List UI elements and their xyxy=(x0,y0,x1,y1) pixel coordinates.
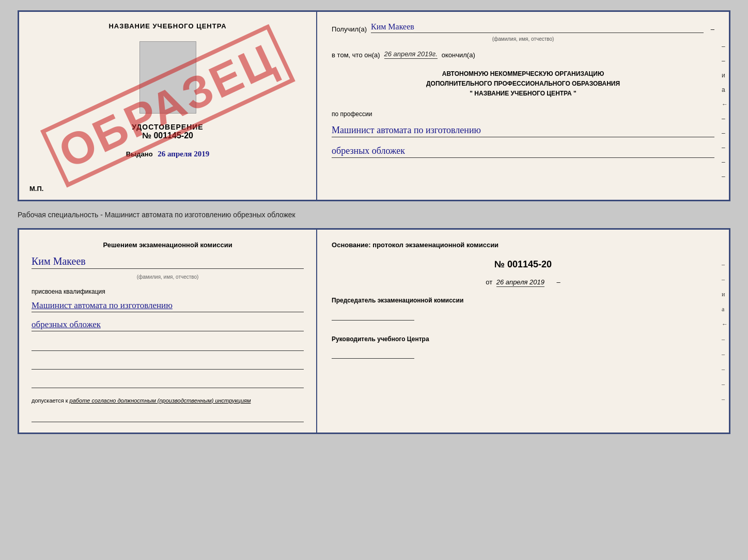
cert-school-name: НАЗВАНИЕ УЧЕБНОГО ЦЕНТРА xyxy=(108,22,226,30)
certificate-bottom: Решением экзаменационной комиссии Ким Ма… xyxy=(18,228,730,434)
org-line3: " НАЗВАНИЕ УЧЕБНОГО ЦЕНТРА " xyxy=(332,89,714,99)
side-marks-top: – – и а ← – – – – – xyxy=(722,43,728,180)
cert-left-panel: НАЗВАНИЕ УЧЕБНОГО ЦЕНТРА УДОСТОВЕРЕНИЕ №… xyxy=(19,12,317,200)
bottom-name-field: Ким Макеев xyxy=(32,255,304,269)
bottom-right-panel: Основание: протокол экзаменационной коми… xyxy=(317,230,729,433)
blank-line-2 xyxy=(32,358,304,370)
bottom-name-hint: (фамилия, имя, отчество) xyxy=(32,274,304,280)
protocol-date-row: от 26 апреля 2019 – xyxy=(332,278,714,286)
qualification-label: присвоена квалификация xyxy=(32,288,304,295)
date-from-prefix: от xyxy=(486,278,492,286)
blank-line-3 xyxy=(32,377,304,388)
bottom-left-panel: Решением экзаменационной комиссии Ким Ма… xyxy=(19,230,317,433)
profession-line1: Машинист автомата по изготовлению xyxy=(332,125,481,135)
cert-issued-block: Выдано 26 апреля 2019 xyxy=(126,150,209,158)
chairman-sig-line xyxy=(332,310,414,321)
director-sig-line xyxy=(332,348,414,359)
blank-line-1 xyxy=(32,340,304,351)
qual-field-2: обрезных обложек xyxy=(32,319,304,331)
director-sig-block: Руководитель учебного Центра xyxy=(332,335,714,359)
org-line1: АВТОНОМНУЮ НЕКОММЕРЧЕСКУЮ ОРГАНИЗАЦИЮ xyxy=(332,69,714,79)
date-value: 26 апреля 2019г. xyxy=(384,50,438,58)
admission-block: допускается к работе согласно должностны… xyxy=(32,397,304,404)
name-hint-top: (фамилия, имя, отчество) xyxy=(332,36,714,42)
qual-line1: Машинист автомата по изготовлению xyxy=(32,300,173,310)
admission-prefix: допускается к xyxy=(32,397,68,404)
profession-line2: обрезных обложек xyxy=(332,146,405,156)
recipient-name-field: Ким Макеев xyxy=(371,22,704,33)
profession-field-2: обрезных обложек xyxy=(332,146,714,158)
cert-photo-placeholder xyxy=(139,41,196,114)
cert-recipient-row: Получил(а) Ким Макеев – xyxy=(332,22,714,33)
caption-text: Рабочая специальность - Машинист автомат… xyxy=(18,209,730,221)
protocol-date: 26 апреля 2019 xyxy=(496,278,544,287)
chairman-label: Председатель экзаменационной комиссии xyxy=(332,296,714,305)
cert-doc-number: № 001145-20 xyxy=(132,131,203,140)
recipient-name: Ким Макеев xyxy=(371,22,414,31)
received-label: Получил(а) xyxy=(332,25,367,33)
basis-label: Основание: протокол экзаменационной коми… xyxy=(332,240,714,251)
cert-issued-date: 26 апреля 2019 xyxy=(158,150,209,158)
org-line2: ДОПОЛНИТЕЛЬНОГО ПРОФЕССИОНАЛЬНОГО ОБРАЗО… xyxy=(332,79,714,89)
blank-line-4 xyxy=(32,411,304,422)
date-prefix: в том, что он(а) xyxy=(332,51,380,59)
commission-title: Решением экзаменационной комиссии xyxy=(32,240,304,250)
cert-number-block: УДОСТОВЕРЕНИЕ № 001145-20 xyxy=(132,123,203,140)
qual-field-1: Машинист автомата по изготовлению xyxy=(32,300,304,312)
cert-doc-label: УДОСТОВЕРЕНИЕ xyxy=(132,123,203,131)
chairman-sig-block: Председатель экзаменационной комиссии xyxy=(332,296,714,321)
protocol-number: № 001145-20 xyxy=(332,259,714,270)
qual-line2: обрезных обложек xyxy=(32,319,101,329)
admission-text: работе согласно должностным (производств… xyxy=(70,397,251,404)
director-label: Руководитель учебного Центра xyxy=(332,335,714,344)
profession-label: по профессии xyxy=(332,110,714,118)
org-block: АВТОНОМНУЮ НЕКОММЕРЧЕСКУЮ ОРГАНИЗАЦИЮ ДО… xyxy=(332,69,714,99)
cert-right-panel: Получил(а) Ким Макеев – (фамилия, имя, о… xyxy=(317,12,729,200)
profession-field-1: Машинист автомата по изготовлению xyxy=(332,125,714,137)
cert-issued-label: Выдано xyxy=(126,150,153,158)
date-row: в том, что он(а) 26 апреля 2019г. окончи… xyxy=(332,50,714,59)
side-marks-bottom: – – и а ← – – – – – xyxy=(722,261,728,403)
mp-label: М.П. xyxy=(29,185,43,193)
finished-label: окончил(а) xyxy=(442,51,475,59)
bottom-person-name: Ким Макеев xyxy=(32,255,86,267)
document-container: НАЗВАНИЕ УЧЕБНОГО ЦЕНТРА УДОСТОВЕРЕНИЕ №… xyxy=(18,10,730,434)
certificate-top: НАЗВАНИЕ УЧЕБНОГО ЦЕНТРА УДОСТОВЕРЕНИЕ №… xyxy=(18,10,730,201)
